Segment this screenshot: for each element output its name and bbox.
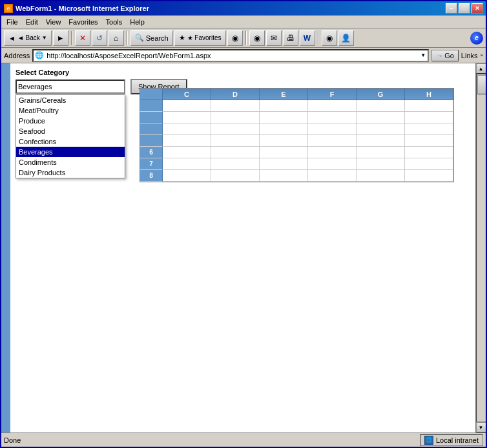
dropdown-option-confections[interactable]: Confections xyxy=(16,136,125,147)
favorites-button[interactable]: ★ ★ Favorites xyxy=(174,30,226,46)
cell-E8[interactable] xyxy=(260,170,308,182)
go-label: Go xyxy=(444,52,454,59)
row-header-2 xyxy=(140,112,163,123)
cell-H3[interactable] xyxy=(405,123,453,135)
menu-file[interactable]: File xyxy=(3,17,22,27)
home-button[interactable]: ⌂ xyxy=(109,30,124,46)
cell-C8[interactable] xyxy=(163,170,211,182)
sheet-row-7: 7 xyxy=(140,158,453,170)
stop-button[interactable]: ✕ xyxy=(75,30,90,46)
cell-G4[interactable] xyxy=(357,135,405,147)
forward-button[interactable]: ► xyxy=(53,30,68,46)
sheet-row-1 xyxy=(140,100,453,112)
dropdown-option-seafood[interactable]: Seafood xyxy=(16,126,125,136)
print-button[interactable]: 🖶 xyxy=(283,30,298,46)
col-header-D: D xyxy=(211,89,260,100)
cell-H2[interactable] xyxy=(405,112,453,123)
messenger-icon: ◉ xyxy=(326,34,333,43)
cell-F7[interactable] xyxy=(308,158,357,170)
cell-D6[interactable] xyxy=(211,147,260,158)
links-expand-icon[interactable]: » xyxy=(481,52,483,58)
cell-F1[interactable] xyxy=(308,100,357,112)
cell-D8[interactable] xyxy=(211,170,260,182)
title-bar-left: e WebForm1 - Microsoft Internet Explorer xyxy=(4,4,149,13)
search-button[interactable]: 🔍 Search xyxy=(130,30,173,46)
cell-C2[interactable] xyxy=(163,112,211,123)
refresh-button[interactable]: ↺ xyxy=(92,30,107,46)
cell-C1[interactable] xyxy=(163,100,211,112)
cell-C3[interactable] xyxy=(163,123,211,135)
cell-G6[interactable] xyxy=(357,147,405,158)
dropdown-list[interactable]: Grains/Cereals Meat/Poultry Produce Seaf… xyxy=(16,94,125,178)
cell-H4[interactable] xyxy=(405,135,453,147)
col-header-H: H xyxy=(405,89,453,100)
dropdown-option-condiments[interactable]: Condiments xyxy=(16,157,125,167)
menu-edit[interactable]: Edit xyxy=(22,17,42,27)
cell-F2[interactable] xyxy=(308,112,357,123)
cell-G1[interactable] xyxy=(357,100,405,112)
media-button[interactable]: ◉ xyxy=(227,30,243,46)
scroll-track[interactable] xyxy=(476,74,486,422)
cell-G3[interactable] xyxy=(357,123,405,135)
menu-view[interactable]: View xyxy=(42,17,65,27)
refresh-icon: ↺ xyxy=(96,34,103,43)
scroll-down-button[interactable]: ▼ xyxy=(476,422,486,432)
scroll-thumb[interactable] xyxy=(477,75,486,94)
cell-G8[interactable] xyxy=(357,170,405,182)
cell-F8[interactable] xyxy=(308,170,357,182)
row-header-7: 7 xyxy=(140,158,163,170)
cell-D4[interactable] xyxy=(211,135,260,147)
row-header-4 xyxy=(140,135,163,147)
close-button[interactable]: ✕ xyxy=(471,3,483,14)
cell-E2[interactable] xyxy=(260,112,308,123)
sheet-row-3 xyxy=(140,123,453,135)
cell-D1[interactable] xyxy=(211,100,260,112)
cell-H6[interactable] xyxy=(405,147,453,158)
cell-C7[interactable] xyxy=(163,158,211,170)
cell-H8[interactable] xyxy=(405,170,453,182)
history-button[interactable]: ◉ xyxy=(249,30,265,46)
maximize-button[interactable]: □ xyxy=(459,3,470,14)
status-right: 🌐 Local intranet xyxy=(420,434,483,446)
cell-F3[interactable] xyxy=(308,123,357,135)
col-header-C: C xyxy=(163,89,211,100)
extra-button[interactable]: 👤 xyxy=(338,30,354,46)
messenger-button[interactable]: ◉ xyxy=(322,30,337,46)
dropdown-option-beverages[interactable]: Beverages xyxy=(16,147,125,157)
scroll-up-button[interactable]: ▲ xyxy=(476,63,486,74)
cell-C4[interactable] xyxy=(163,135,211,147)
links-label: Links xyxy=(461,52,478,59)
menu-tools[interactable]: Tools xyxy=(102,17,127,27)
cell-D7[interactable] xyxy=(211,158,260,170)
cell-E6[interactable] xyxy=(260,147,308,158)
cell-F6[interactable] xyxy=(308,147,357,158)
cell-H7[interactable] xyxy=(405,158,453,170)
cell-E3[interactable] xyxy=(260,123,308,135)
dropdown-option-produce[interactable]: Produce xyxy=(16,116,125,126)
dropdown-option-grains[interactable]: Grains/Cereals xyxy=(16,95,125,105)
word-button[interactable]: W xyxy=(300,30,315,46)
address-input[interactable] xyxy=(45,50,419,61)
menu-favorites[interactable]: Favorites xyxy=(65,17,101,27)
minimize-button[interactable]: – xyxy=(446,3,457,14)
back-button[interactable]: ◄ ◄ Back ▼ xyxy=(4,30,52,46)
mail-button[interactable]: ✉ xyxy=(266,30,282,46)
cell-D3[interactable] xyxy=(211,123,260,135)
cell-E7[interactable] xyxy=(260,158,308,170)
row-header-6: 6 xyxy=(140,147,163,158)
cell-G7[interactable] xyxy=(357,158,405,170)
dropdown-option-meat[interactable]: Meat/Poultry xyxy=(16,105,125,116)
menu-help[interactable]: Help xyxy=(126,17,149,27)
category-select[interactable]: Grains/Cereals Meat/Poultry Produce Seaf… xyxy=(16,80,125,94)
go-button[interactable]: → Go xyxy=(431,50,459,61)
cell-E1[interactable] xyxy=(260,100,308,112)
cell-E4[interactable] xyxy=(260,135,308,147)
cell-G2[interactable] xyxy=(357,112,405,123)
dropdown-option-dairy[interactable]: Dairy Products xyxy=(16,167,125,178)
cell-D2[interactable] xyxy=(211,112,260,123)
cell-H1[interactable] xyxy=(405,100,453,112)
cell-C6[interactable] xyxy=(163,147,211,158)
cell-F4[interactable] xyxy=(308,135,357,147)
address-dropdown-icon[interactable]: ▼ xyxy=(419,52,428,58)
back-dropdown-icon: ▼ xyxy=(42,35,47,41)
